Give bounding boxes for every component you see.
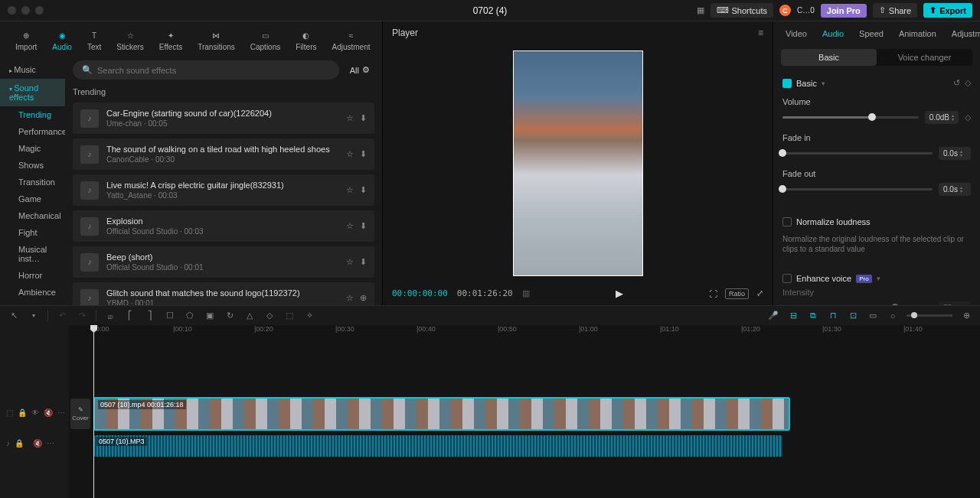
magnet-icon[interactable]: ⊓ xyxy=(827,311,839,321)
subcategory-ambience[interactable]: Ambience xyxy=(0,284,65,301)
category-music[interactable]: Music xyxy=(0,60,65,79)
share-button[interactable]: ⇧ Share xyxy=(873,3,917,18)
player-menu-icon[interactable]: ≡ xyxy=(758,28,763,38)
prop-tab-video[interactable]: Video xyxy=(779,26,813,41)
prop-tab-animation[interactable]: Animation xyxy=(893,26,942,41)
rotate-icon[interactable]: ◇ xyxy=(263,311,276,321)
lock-icon[interactable]: 🔒 xyxy=(18,408,27,417)
prop-tab-speed[interactable]: Speed xyxy=(853,26,890,41)
ratio-button[interactable]: Ratio xyxy=(725,288,749,299)
tab-effects[interactable]: ✦Effects xyxy=(152,26,190,54)
audio-track[interactable]: 0507 (10).MP3 xyxy=(69,434,980,458)
favorite-icon[interactable]: ☆ xyxy=(346,185,354,195)
maximize-window-icon[interactable] xyxy=(35,6,44,15)
fadein-slider[interactable] xyxy=(782,152,933,155)
fullscreen-icon[interactable]: ⤢ xyxy=(756,288,763,298)
zoom-slider[interactable] xyxy=(906,314,952,317)
subcategory-bgm[interactable]: BGM xyxy=(0,301,65,305)
download-icon[interactable]: ⬇ xyxy=(360,257,367,267)
tab-stickers[interactable]: ☆Stickers xyxy=(109,26,152,54)
copy-icon[interactable]: ▣ xyxy=(204,311,216,321)
sound-item[interactable]: ♪ Car-Engine (starting sound of car)(122… xyxy=(73,103,374,134)
tab-adjustment[interactable]: ≈Adjustment xyxy=(324,26,377,54)
favorite-icon[interactable]: ☆ xyxy=(346,293,354,303)
fadeout-slider[interactable] xyxy=(782,188,933,190)
join-pro-button[interactable]: Join Pro xyxy=(821,4,867,18)
volume-slider[interactable] xyxy=(782,116,919,119)
delete-icon[interactable]: ☐ xyxy=(164,311,176,321)
chevron-down-icon[interactable]: ▾ xyxy=(28,312,40,319)
favorite-icon[interactable]: ☆ xyxy=(346,113,354,123)
volume-keyframe-icon[interactable]: ◇ xyxy=(965,112,971,122)
undo-icon[interactable]: ↶ xyxy=(56,311,68,321)
tab-import[interactable]: ⊕Import xyxy=(8,26,44,54)
subcategory-musical[interactable]: Musical inst… xyxy=(0,241,65,267)
category-sound-effects[interactable]: Sound effects xyxy=(0,79,65,106)
marker-icon[interactable]: ⬠ xyxy=(184,311,196,321)
video-track[interactable]: ✎Cover 0507 (10).mp4 00:01:26:18 xyxy=(69,395,980,432)
user-avatar[interactable]: C xyxy=(779,5,791,16)
prop-tab-audio[interactable]: Audio xyxy=(816,26,850,41)
reset-icon[interactable]: ↺ xyxy=(953,78,960,88)
link-icon[interactable]: ⧉ xyxy=(807,311,819,321)
eye-icon[interactable]: 👁 xyxy=(31,408,39,417)
shortcuts-button[interactable]: ⌨ Shortcuts xyxy=(710,3,773,18)
zoom-out-icon[interactable]: ○ xyxy=(887,311,899,321)
sound-item[interactable]: ♪ Beep (short) Official Sound Studio · 0… xyxy=(73,246,374,278)
tab-audio[interactable]: ◉Audio xyxy=(44,26,80,54)
lock-icon[interactable]: 🔒 xyxy=(15,439,24,448)
volume-value[interactable]: 0.0dB▴▾ xyxy=(925,111,959,124)
cover-button[interactable]: ✎Cover xyxy=(70,399,90,429)
minimize-window-icon[interactable] xyxy=(21,6,30,15)
crop-icon[interactable]: ⬚ xyxy=(283,311,296,321)
trim-left-icon[interactable]: ⎡ xyxy=(124,311,136,321)
subcategory-horror[interactable]: Horror xyxy=(0,267,65,284)
favorite-icon[interactable]: ☆ xyxy=(346,149,354,159)
subtab-basic[interactable]: Basic xyxy=(781,49,877,66)
mute-icon[interactable]: 🔇 xyxy=(44,408,53,417)
download-icon[interactable]: ⬇ xyxy=(360,149,367,159)
subtab-voice-changer[interactable]: Voice changer xyxy=(877,49,972,66)
tab-filters[interactable]: ◐Filters xyxy=(288,26,324,54)
time-ruler[interactable]: 00:00|00:10|00:20|00:30|00:40|00:50|01:0… xyxy=(69,325,980,334)
video-preview[interactable] xyxy=(513,50,643,276)
redo-icon[interactable]: ↷ xyxy=(76,311,88,321)
export-button[interactable]: ⬆ Export xyxy=(923,3,972,18)
favorite-icon[interactable]: ☆ xyxy=(346,257,354,267)
play-button[interactable]: ▶ xyxy=(616,288,623,299)
subcategory-performance[interactable]: Performance xyxy=(0,123,65,140)
compare-icon[interactable]: ▥ xyxy=(522,288,530,298)
enhance-icon[interactable]: ✧ xyxy=(303,311,315,321)
preview-icon[interactable]: ⊡ xyxy=(847,311,859,321)
lock-icon[interactable]: ⬚ xyxy=(6,408,13,417)
snap-icon[interactable]: ⊟ xyxy=(787,311,799,321)
mute-icon[interactable]: 🔇 xyxy=(33,439,42,448)
tab-text[interactable]: TText xyxy=(80,26,109,54)
download-icon[interactable]: ⬇ xyxy=(360,113,367,123)
video-clip[interactable]: 0507 (10).mp4 00:01:26:18 xyxy=(93,397,790,431)
mic-icon[interactable]: 🎤 xyxy=(767,311,779,321)
more-icon[interactable]: ⋯ xyxy=(47,439,54,448)
search-input-wrapper[interactable]: 🔍 xyxy=(73,60,339,80)
subcategory-magic[interactable]: Magic xyxy=(0,140,65,157)
audio-clip[interactable]: 0507 (10).MP3 xyxy=(93,435,782,457)
subcategory-shows[interactable]: Shows xyxy=(0,157,65,174)
download-icon[interactable]: ⬇ xyxy=(360,221,367,231)
close-window-icon[interactable] xyxy=(8,6,16,15)
split-icon[interactable]: ⎄ xyxy=(104,311,116,321)
add-icon[interactable]: ⊕ xyxy=(360,293,367,303)
layout-icon[interactable]: ▦ xyxy=(697,5,704,15)
fadein-value[interactable]: 0.0s▴▾ xyxy=(939,147,971,160)
tab-captions[interactable]: ▭Captions xyxy=(243,26,288,54)
filter-button[interactable]: All ⚙ xyxy=(345,62,374,78)
playhead[interactable] xyxy=(93,325,94,498)
subcategory-trending[interactable]: Trending xyxy=(0,106,65,123)
zoom-in-icon[interactable]: ⊕ xyxy=(960,311,972,321)
fadeout-value[interactable]: 0.0s▴▾ xyxy=(939,183,971,196)
subcategory-game[interactable]: Game xyxy=(0,190,65,207)
timeline-tracks[interactable]: 00:00|00:10|00:20|00:30|00:40|00:50|01:0… xyxy=(69,325,980,498)
subcategory-fight[interactable]: Fight xyxy=(0,224,65,241)
more-icon[interactable]: ⋯ xyxy=(57,408,65,417)
keyframe-icon[interactable]: ◇ xyxy=(965,78,971,88)
sound-item[interactable]: ♪ The sound of walking on a tiled road w… xyxy=(73,138,374,170)
